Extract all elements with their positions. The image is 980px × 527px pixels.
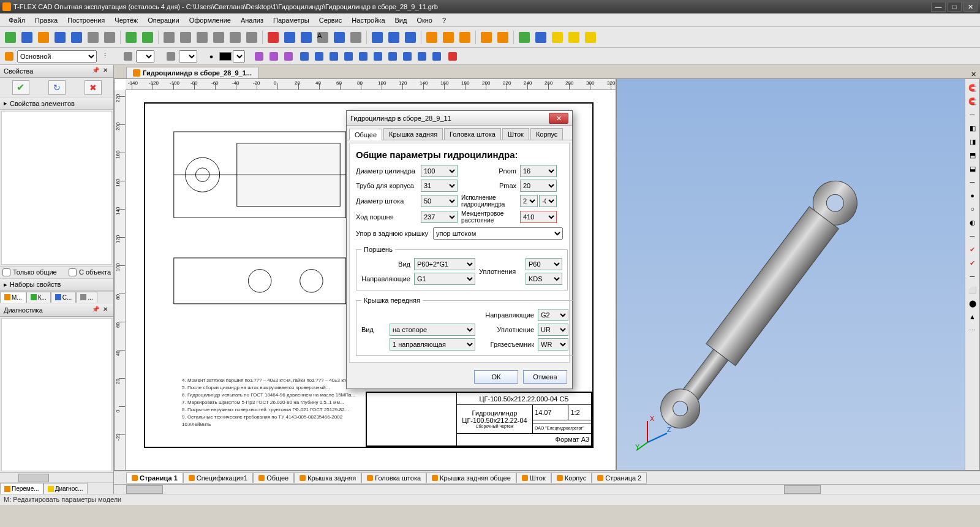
tb-x2[interactable]: [267, 50, 281, 63]
left-bottom-tab[interactable]: Диагнос...: [43, 483, 88, 494]
doc-scrollbar-h[interactable]: [114, 484, 980, 494]
page-tab[interactable]: Шток: [516, 472, 551, 483]
tb-3d2[interactable]: [440, 29, 456, 45]
rtb-view2[interactable]: ◨: [967, 135, 979, 148]
tree-tab[interactable]: К...: [26, 292, 51, 303]
rtb-box-icon[interactable]: ⬜: [967, 284, 979, 296]
page-tab[interactable]: Страница 2: [592, 472, 647, 483]
pmax-select[interactable]: 20: [520, 180, 557, 192]
props-apply-button[interactable]: ✔: [12, 80, 29, 95]
menu-окно[interactable]: Окно: [412, 15, 437, 25]
centerdist-select[interactable]: 410: [520, 211, 557, 223]
color-swatch[interactable]: [219, 52, 232, 61]
tb-pic[interactable]: [402, 29, 418, 45]
tb-circle[interactable]: [178, 29, 194, 45]
page-tab[interactable]: Страница 1: [126, 472, 183, 483]
rtb-shade2[interactable]: ○: [967, 203, 979, 215]
rtb-view1[interactable]: ◧: [967, 122, 979, 134]
color-icon[interactable]: ●: [205, 50, 218, 63]
menu-оформление[interactable]: Оформление: [184, 15, 236, 25]
menu-параметры[interactable]: Параметры: [268, 15, 314, 25]
pipe-select[interactable]: 31: [421, 180, 458, 192]
snap-2[interactable]: [312, 50, 326, 63]
tb-table2[interactable]: [566, 29, 582, 45]
3d-viewport[interactable]: X Z Y 🧲 🧲 ─ ◧ ◨ ⬒ ⬓ ─ ● ○ ◐ ─: [616, 78, 980, 471]
piston-seal2-select[interactable]: KDS: [526, 273, 562, 285]
tb-dimension[interactable]: [348, 29, 364, 45]
snap-7[interactable]: [386, 50, 399, 63]
front-guides-select[interactable]: G2: [538, 309, 568, 321]
tb-save[interactable]: [52, 29, 68, 45]
tb-3d3[interactable]: [457, 29, 473, 45]
snap-4[interactable]: [342, 50, 355, 63]
page-tab[interactable]: Общее: [253, 472, 294, 483]
props-elements-header[interactable]: ▸ Свойства элементов: [0, 97, 113, 110]
doc-close-icon[interactable]: ✕: [971, 70, 976, 78]
tree-tab[interactable]: М...: [0, 292, 26, 303]
menu-файл[interactable]: Файл: [4, 15, 30, 25]
layer-selector[interactable]: Основной: [17, 50, 97, 63]
tb-line[interactable]: [161, 29, 177, 45]
lineweight-selector[interactable]: [179, 50, 197, 63]
snap-6[interactable]: [371, 50, 385, 63]
rtb-magnet-icon[interactable]: 🧲: [967, 82, 979, 94]
menu-сервис[interactable]: Сервис: [314, 15, 347, 25]
pnom-select[interactable]: 16: [520, 165, 557, 177]
tb-3d1[interactable]: [424, 29, 440, 45]
menu-построения[interactable]: Построения: [62, 15, 110, 25]
props-refresh-button[interactable]: ↻: [48, 80, 66, 95]
tb-grid[interactable]: [533, 29, 549, 45]
piston-view-select[interactable]: P60+2*G1: [414, 258, 475, 270]
diag-pin-icon[interactable]: 📌: [91, 306, 100, 314]
sets-header[interactable]: ▸ Наборы свойств: [0, 279, 113, 291]
front-wiper-select[interactable]: WR: [538, 338, 568, 351]
page-tab[interactable]: Спецификация1: [183, 472, 253, 483]
tb-undo[interactable]: [123, 29, 139, 45]
minimize-button[interactable]: —: [931, 2, 946, 12]
page-tab[interactable]: Крышка задняя общее: [426, 472, 516, 483]
linetype-icon[interactable]: [121, 50, 135, 63]
tb-fragment[interactable]: [386, 29, 402, 45]
panel-close-icon[interactable]: ✕: [101, 67, 110, 75]
piston-guide-select[interactable]: G1: [414, 273, 475, 285]
dialog-tab[interactable]: Корпус: [530, 128, 563, 140]
tb-bom[interactable]: [478, 29, 494, 45]
tb-insert[interactable]: [369, 29, 385, 45]
tb-check[interactable]: [516, 29, 532, 45]
lineweight-icon[interactable]: [164, 50, 178, 63]
tree-tab[interactable]: ...: [76, 292, 97, 303]
rtb-magnet2-icon[interactable]: 🧲: [967, 95, 979, 107]
snap-5[interactable]: [356, 50, 370, 63]
snap-10[interactable]: [430, 50, 443, 63]
menu-правка[interactable]: Правка: [30, 15, 62, 25]
panel-pin-icon[interactable]: 📌: [91, 67, 100, 75]
front-seal-select[interactable]: UR: [538, 324, 568, 336]
dialog-tab[interactable]: Шток: [502, 128, 529, 140]
tb-bom2[interactable]: [495, 29, 511, 45]
measure-icon[interactable]: [446, 50, 459, 63]
snap-3[interactable]: [327, 50, 341, 63]
front-view-select[interactable]: на стопоре: [390, 324, 475, 336]
tb-hatch[interactable]: [282, 29, 298, 45]
props-cancel-button[interactable]: ✖: [85, 80, 102, 95]
rtb-view4[interactable]: ⬓: [967, 162, 979, 175]
tb-apply[interactable]: [2, 29, 18, 45]
page-tab[interactable]: Крышка задняя: [294, 472, 361, 483]
left-bottom-tab[interactable]: Переме...: [0, 483, 43, 494]
rtb-check2-icon[interactable]: ✔: [967, 257, 979, 269]
cancel-button[interactable]: Отмена: [523, 370, 567, 384]
rtb-view3[interactable]: ⬒: [967, 149, 979, 161]
tb-offset[interactable]: [227, 29, 243, 45]
rtb-cyl-icon[interactable]: ⬤: [967, 297, 979, 309]
dialog-close-button[interactable]: ✕: [549, 113, 568, 124]
tb-text[interactable]: A: [315, 29, 331, 45]
ok-button[interactable]: ОК: [474, 370, 518, 384]
page-tab[interactable]: Головка штока: [361, 472, 426, 483]
menu-анализ[interactable]: Анализ: [236, 15, 268, 25]
rtb-more-icon[interactable]: ⋯: [967, 324, 979, 336]
rtb-check-icon[interactable]: ✔: [967, 243, 979, 256]
tree-tab[interactable]: С...: [51, 292, 77, 303]
linetype-selector[interactable]: [136, 50, 154, 63]
snap-1[interactable]: [298, 50, 311, 63]
tb-redo[interactable]: [140, 29, 156, 45]
